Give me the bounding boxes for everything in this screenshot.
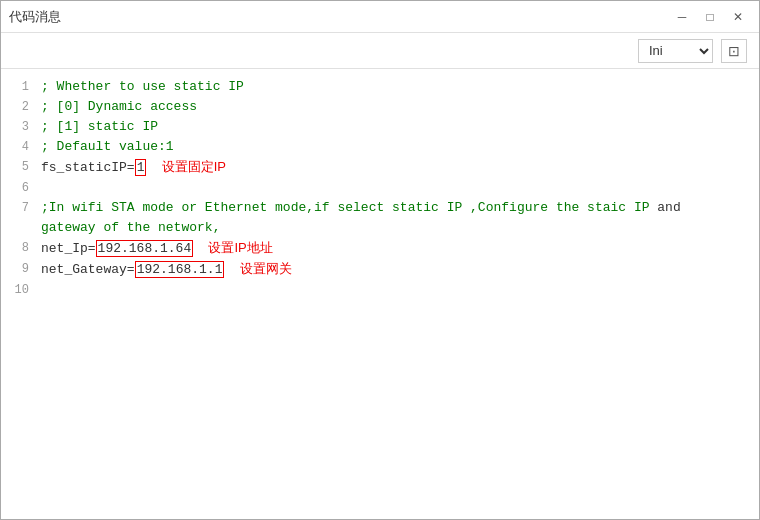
line-number: 6 [1, 178, 37, 198]
line-content: fs_staticIP=1 设置固定IP [37, 157, 759, 178]
table-row: 3 ; [1] static IP [1, 117, 759, 137]
line-content: ;In wifi STA mode or Ethernet mode,if se… [37, 198, 681, 218]
table-row: 6 [1, 178, 759, 198]
line-content: net_Gateway=192.168.1.1 设置网关 [37, 259, 759, 280]
table-row: 9 net_Gateway=192.168.1.1 设置网关 [1, 259, 759, 280]
line-content: ; Whether to use static IP [37, 77, 759, 97]
table-row: 8 net_Ip=192.168.1.64 设置IP地址 [1, 238, 759, 259]
window-title: 代码消息 [9, 8, 61, 26]
table-row: 5 fs_staticIP=1 设置固定IP [1, 157, 759, 178]
main-window: 代码消息 ─ □ ✕ Ini C C++ Python JSON XML ⊡ 1 [0, 0, 760, 520]
line-number: 3 [1, 117, 37, 137]
line-number: 9 [1, 259, 37, 279]
line-sub: 7 ;In wifi STA mode or Ethernet mode,if … [1, 198, 681, 218]
table-row: 4 ; Default value:1 [1, 137, 759, 157]
export-icon: ⊡ [728, 43, 740, 59]
table-row: 1 ; Whether to use static IP [1, 77, 759, 97]
line-number: 10 [1, 280, 37, 300]
line-number: 1 [1, 77, 37, 97]
editor-area[interactable]: 1 ; Whether to use static IP 2 ; [0] Dyn… [1, 69, 759, 519]
export-button[interactable]: ⊡ [721, 39, 747, 63]
line-content: ; [0] Dynamic access [37, 97, 759, 117]
line-content: ; Default value:1 [37, 137, 759, 157]
line-number: 5 [1, 157, 37, 177]
line-number: 2 [1, 97, 37, 117]
toolbar: Ini C C++ Python JSON XML ⊡ [1, 33, 759, 69]
highlight-value: 192.168.1.1 [135, 261, 225, 278]
table-row: 10 [1, 280, 759, 300]
window-controls: ─ □ ✕ [669, 6, 751, 28]
line-content [37, 280, 759, 300]
title-bar: 代码消息 ─ □ ✕ [1, 1, 759, 33]
line-content [37, 178, 759, 198]
line-content: net_Ip=192.168.1.64 设置IP地址 [37, 238, 759, 259]
annotation: 设置IP地址 [201, 240, 273, 255]
minimize-button[interactable]: ─ [669, 6, 695, 28]
annotation: 设置网关 [232, 261, 291, 276]
line-number: 8 [1, 238, 37, 258]
line-number: 4 [1, 137, 37, 157]
line-number: 7 [1, 198, 37, 218]
highlight-value: 192.168.1.64 [96, 240, 194, 257]
table-row: 2 ; [0] Dynamic access [1, 97, 759, 117]
table-row: 7 ;In wifi STA mode or Ethernet mode,if … [1, 198, 759, 238]
close-button[interactable]: ✕ [725, 6, 751, 28]
line-content: ; [1] static IP [37, 117, 759, 137]
line-content-cont: gateway of the network, [37, 218, 220, 238]
annotation: 设置固定IP [154, 159, 226, 174]
language-select[interactable]: Ini C C++ Python JSON XML [638, 39, 713, 63]
highlight-value: 1 [135, 159, 147, 176]
maximize-button[interactable]: □ [697, 6, 723, 28]
line-sub-cont: gateway of the network, [1, 218, 220, 238]
lang-select-wrapper: Ini C C++ Python JSON XML [638, 39, 713, 63]
